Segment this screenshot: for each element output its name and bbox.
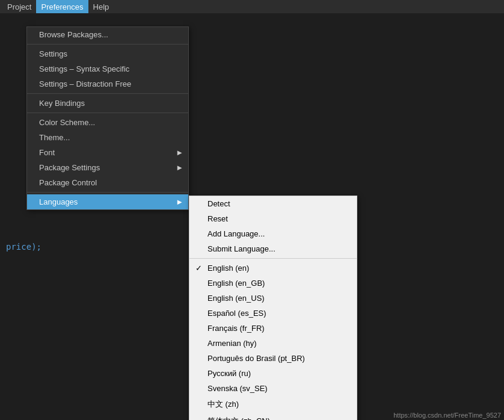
separator-1 — [27, 44, 188, 45]
submenu-separator — [189, 258, 357, 259]
browse-packages-label: Browse Packages... — [39, 30, 108, 39]
submenu-item-detect[interactable]: Detect — [189, 196, 357, 211]
editor-area: price); Browse Packages... Settings Sett… — [0, 13, 504, 420]
submenu-item-chinese-zh-cn[interactable]: 简体中文 (zh_CN) — [189, 413, 357, 420]
menu-item-theme[interactable]: Theme... — [27, 130, 188, 145]
submenu-item-armenian[interactable]: Armenian (hy) — [189, 336, 357, 351]
package-control-label: Package Control — [39, 178, 97, 187]
menu-bar: Project Preferences Help — [0, 0, 504, 13]
submenu-item-francais[interactable]: Français (fr_FR) — [189, 321, 357, 336]
languages-submenu-container: Detect Reset Add Language... Submit Lang… — [189, 196, 357, 420]
menu-item-languages[interactable]: Languages ► — [27, 194, 188, 209]
submenu-item-english-en[interactable]: ✓ English (en) — [189, 261, 357, 276]
armenian-label: Armenian (hy) — [207, 339, 257, 348]
english-en-label: English (en) — [207, 264, 249, 273]
menubar-item-preferences[interactable]: Preferences — [36, 0, 88, 13]
reset-label: Reset — [207, 214, 228, 223]
submenu-item-espanol[interactable]: Español (es_ES) — [189, 306, 357, 321]
menu-item-browse-packages[interactable]: Browse Packages... — [27, 27, 188, 42]
english-en-us-label: English (en_US) — [207, 294, 265, 303]
submenu-item-svenska[interactable]: Svenska (sv_SE) — [189, 381, 357, 396]
menu-item-settings-syntax[interactable]: Settings – Syntax Specific — [27, 61, 188, 76]
english-en-gb-label: English (en_GB) — [207, 279, 265, 288]
submenu-item-english-en-gb[interactable]: English (en_GB) — [189, 276, 357, 291]
settings-label: Settings — [39, 49, 67, 58]
submenu-item-chinese-zh[interactable]: 中文 (zh) — [189, 396, 357, 413]
settings-syntax-label: Settings – Syntax Specific — [39, 64, 129, 73]
menu-item-package-control[interactable]: Package Control — [27, 175, 188, 190]
font-arrow-icon: ► — [176, 148, 183, 157]
languages-label: Languages — [39, 197, 78, 206]
menu-item-key-bindings[interactable]: Key Bindings — [27, 96, 188, 111]
add-language-label: Add Language... — [207, 229, 265, 238]
editor-code-line: price); — [6, 242, 41, 252]
menu-item-font[interactable]: Font ► — [27, 145, 188, 160]
francais-label: Français (fr_FR) — [207, 324, 265, 333]
chinese-zh-cn-label: 简体中文 (zh_CN) — [207, 416, 270, 420]
status-bar-url: https://blog.csdn.net/FreeTime_9527 — [390, 410, 504, 420]
menubar-item-project[interactable]: Project — [2, 0, 36, 13]
theme-label: Theme... — [39, 133, 70, 142]
menu-item-color-scheme[interactable]: Color Scheme... — [27, 115, 188, 130]
menu-item-settings-distraction[interactable]: Settings – Distraction Free — [27, 76, 188, 91]
settings-distraction-label: Settings – Distraction Free — [39, 79, 131, 88]
separator-4 — [27, 192, 188, 193]
detect-label: Detect — [207, 199, 230, 208]
preferences-menu: Browse Packages... Settings Settings – S… — [26, 26, 189, 210]
svenska-label: Svenska (sv_SE) — [207, 384, 268, 393]
submenu-item-submit-language[interactable]: Submit Language... — [189, 241, 357, 256]
package-settings-arrow-icon: ► — [176, 163, 183, 172]
submenu-item-add-language[interactable]: Add Language... — [189, 226, 357, 241]
submenu-item-portugues[interactable]: Português do Brasil (pt_BR) — [189, 351, 357, 366]
font-label: Font — [39, 148, 55, 157]
portugues-label: Português do Brasil (pt_BR) — [207, 354, 305, 363]
menubar-item-help[interactable]: Help — [88, 0, 114, 13]
key-bindings-label: Key Bindings — [39, 99, 85, 108]
submenu-item-english-en-us[interactable]: English (en_US) — [189, 291, 357, 306]
menu-item-settings[interactable]: Settings — [27, 46, 188, 61]
checkmark-icon: ✓ — [195, 264, 202, 273]
languages-submenu: Detect Reset Add Language... Submit Lang… — [189, 196, 357, 420]
menu-item-package-settings[interactable]: Package Settings ► — [27, 160, 188, 175]
separator-3 — [27, 113, 188, 113]
package-settings-label: Package Settings — [39, 163, 100, 172]
submenu-item-russian[interactable]: Русский (ru) — [189, 366, 357, 381]
submit-language-label: Submit Language... — [207, 244, 275, 253]
chinese-zh-label: 中文 (zh) — [207, 399, 239, 410]
preferences-dropdown: Browse Packages... Settings Settings – S… — [26, 26, 189, 210]
languages-arrow-icon: ► — [176, 197, 183, 206]
russian-label: Русский (ru) — [207, 369, 251, 378]
color-scheme-label: Color Scheme... — [39, 118, 95, 127]
submenu-item-reset[interactable]: Reset — [189, 211, 357, 226]
separator-2 — [27, 93, 188, 94]
espanol-label: Español (es_ES) — [207, 309, 266, 318]
